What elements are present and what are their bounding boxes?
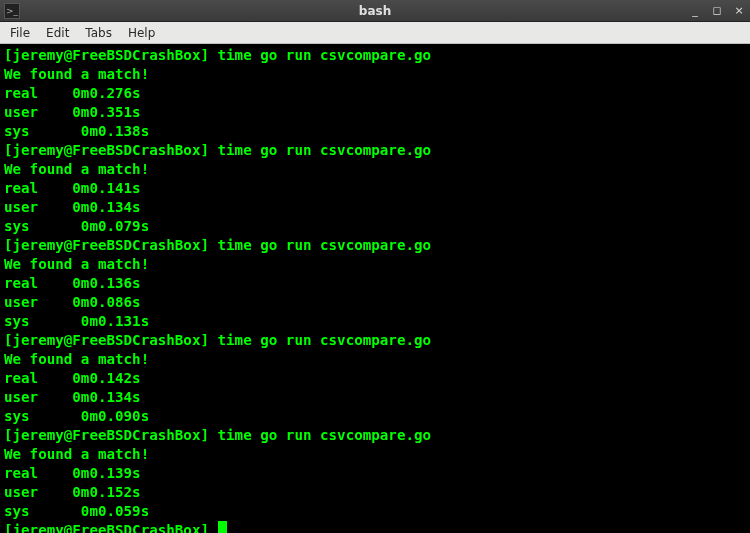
terminal-icon: >_ bbox=[4, 3, 20, 19]
time-real: real 0m0.142s bbox=[4, 369, 746, 388]
prompt-line: [jeremy@FreeBSDCrashBox] time go run csv… bbox=[4, 426, 746, 445]
output-line: We found a match! bbox=[4, 160, 746, 179]
time-sys: sys 0m0.059s bbox=[4, 502, 746, 521]
maximize-button[interactable]: ◻ bbox=[706, 2, 728, 20]
time-user: user 0m0.134s bbox=[4, 198, 746, 217]
time-real: real 0m0.136s bbox=[4, 274, 746, 293]
prompt-line: [jeremy@FreeBSDCrashBox] time go run csv… bbox=[4, 331, 746, 350]
time-real: real 0m0.276s bbox=[4, 84, 746, 103]
prompt-line[interactable]: [jeremy@FreeBSDCrashBox] bbox=[4, 521, 746, 533]
cursor bbox=[218, 521, 227, 533]
window-title: bash bbox=[0, 4, 750, 18]
output-line: We found a match! bbox=[4, 65, 746, 84]
time-real: real 0m0.141s bbox=[4, 179, 746, 198]
time-real: real 0m0.139s bbox=[4, 464, 746, 483]
time-sys: sys 0m0.090s bbox=[4, 407, 746, 426]
prompt-line: [jeremy@FreeBSDCrashBox] time go run csv… bbox=[4, 236, 746, 255]
time-user: user 0m0.134s bbox=[4, 388, 746, 407]
time-sys: sys 0m0.079s bbox=[4, 217, 746, 236]
time-sys: sys 0m0.138s bbox=[4, 122, 746, 141]
menu-edit[interactable]: Edit bbox=[38, 24, 77, 42]
output-line: We found a match! bbox=[4, 350, 746, 369]
minimize-button[interactable]: _ bbox=[684, 2, 706, 20]
output-line: We found a match! bbox=[4, 255, 746, 274]
menu-help[interactable]: Help bbox=[120, 24, 163, 42]
menubar: File Edit Tabs Help bbox=[0, 22, 750, 44]
time-user: user 0m0.152s bbox=[4, 483, 746, 502]
menu-file[interactable]: File bbox=[2, 24, 38, 42]
output-line: We found a match! bbox=[4, 445, 746, 464]
window-titlebar: >_ bash _ ◻ × bbox=[0, 0, 750, 22]
prompt-line: [jeremy@FreeBSDCrashBox] time go run csv… bbox=[4, 141, 746, 160]
time-user: user 0m0.351s bbox=[4, 103, 746, 122]
terminal-viewport[interactable]: [jeremy@FreeBSDCrashBox] time go run csv… bbox=[0, 44, 750, 533]
menu-tabs[interactable]: Tabs bbox=[77, 24, 120, 42]
window-controls: _ ◻ × bbox=[684, 2, 750, 20]
time-sys: sys 0m0.131s bbox=[4, 312, 746, 331]
time-user: user 0m0.086s bbox=[4, 293, 746, 312]
close-button[interactable]: × bbox=[728, 2, 750, 20]
prompt-line: [jeremy@FreeBSDCrashBox] time go run csv… bbox=[4, 46, 746, 65]
